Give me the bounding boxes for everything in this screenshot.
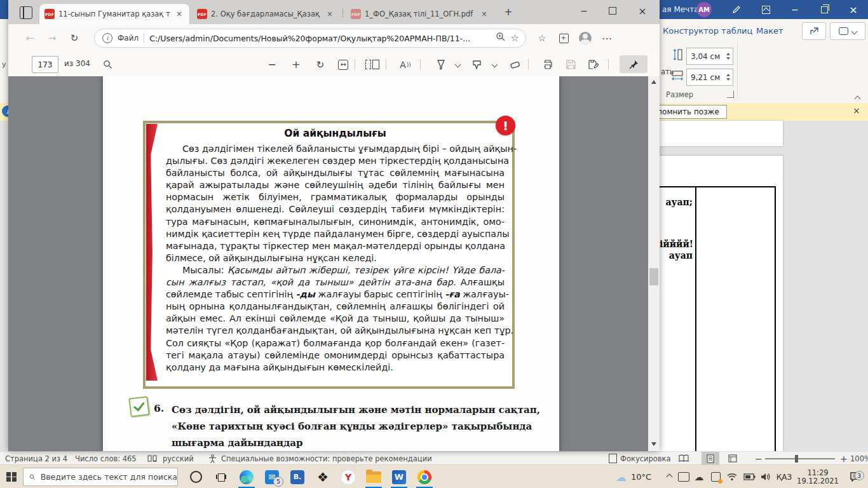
tab-close-icon[interactable]: × xyxy=(174,9,184,19)
edge-maximize-button[interactable] xyxy=(602,1,623,20)
word-ribbon-display-options-icon[interactable] xyxy=(757,1,774,18)
word-close-button[interactable]: × xyxy=(845,1,862,18)
zoom-search-icon[interactable] xyxy=(496,32,506,44)
tray-clock[interactable]: 11:2919.12.2021 xyxy=(794,465,841,488)
spinner-arrows[interactable] xyxy=(724,74,733,81)
weather-widget[interactable]: ☁ 10°C xyxy=(605,465,662,488)
zoom-out-icon[interactable]: − xyxy=(264,57,280,72)
page-view-icon[interactable] xyxy=(364,57,381,72)
spinner-arrows[interactable] xyxy=(724,53,733,60)
zoom-slider-track[interactable] xyxy=(765,458,835,459)
scroll-up-icon[interactable] xyxy=(651,80,656,84)
fit-to-width-icon[interactable]: ↔ xyxy=(335,57,351,72)
taskbar-edge-button-active[interactable] xyxy=(234,465,259,488)
add-favorite-icon[interactable]: ☆ xyxy=(511,32,519,44)
word-minimize-button[interactable]: − xyxy=(787,1,803,18)
taskbar-mail-button[interactable]: ✉ 5 xyxy=(259,465,285,488)
tab-2[interactable]: PDF 2. Оқу бағдарламасы_Қазақ тіл × xyxy=(192,4,340,24)
print-icon[interactable] xyxy=(539,57,556,72)
task-view-button[interactable] xyxy=(208,465,234,488)
word-tab-layout[interactable]: Макет xyxy=(756,26,783,36)
tray-update-icon[interactable] xyxy=(708,465,723,488)
tray-volume-icon[interactable] xyxy=(757,465,774,488)
forward-icon[interactable]: → xyxy=(44,30,60,46)
page-indicator[interactable]: Страница 2 из 4 xyxy=(5,454,67,463)
read-aloud-icon[interactable]: A)) xyxy=(397,57,414,72)
tray-wifi-icon[interactable] xyxy=(724,465,740,488)
scroll-down-icon[interactable] xyxy=(651,442,656,446)
taskbar-dropbox-button[interactable]: ❖ xyxy=(310,465,336,488)
rotate-icon[interactable]: ↻ xyxy=(312,57,329,72)
word-tab-table-design[interactable]: Конструктор таблиц xyxy=(663,26,752,36)
tab-actions-menu-icon[interactable] xyxy=(20,6,32,19)
tray-battery-icon[interactable] xyxy=(741,465,757,488)
tab-3[interactable]: PDF 1_ФО_Қазақ тілі_11_ОГН.pdf × xyxy=(346,4,494,24)
accessibility-icon[interactable] xyxy=(208,454,217,463)
highlighter-chevron-icon[interactable] xyxy=(486,57,503,72)
scrollbar-thumb[interactable] xyxy=(649,268,658,285)
word-share-button[interactable] xyxy=(802,22,826,40)
collections-icon[interactable]: + xyxy=(556,30,571,46)
taskbar-vk-button[interactable]: B. xyxy=(285,465,310,488)
address-bar[interactable]: i Файл C:/Users/admin/Documents/Новый%20… xyxy=(94,29,526,48)
pdf-scrollbar[interactable] xyxy=(648,76,660,451)
favorites-bar-icon[interactable]: ☆ xyxy=(534,30,550,46)
draw-pen-icon[interactable] xyxy=(433,57,449,72)
word-count[interactable]: Число слов: 465 xyxy=(75,454,137,463)
tray-onedrive-icon[interactable]: ☁ xyxy=(691,465,707,488)
tab-1-active[interactable]: PDF 11-сынып Гуманитар қазақ тілі × xyxy=(39,4,189,24)
taskbar-word-button-active[interactable]: W xyxy=(386,465,412,488)
edge-minimize-button[interactable]: − xyxy=(574,1,594,20)
notification-close-icon[interactable]: × xyxy=(853,105,860,116)
tray-language-indicator[interactable]: ҚАЗ xyxy=(774,465,794,488)
print-layout-icon[interactable] xyxy=(702,452,719,465)
edge-close-button[interactable]: × xyxy=(632,1,653,20)
collapse-ribbon-icon[interactable] xyxy=(855,92,860,104)
draw-chevron-icon[interactable] xyxy=(449,57,466,72)
page-info-icon[interactable]: i xyxy=(102,33,112,43)
highlighter-icon[interactable] xyxy=(468,57,485,72)
zoom-in-button[interactable]: + xyxy=(840,454,848,464)
start-button[interactable] xyxy=(1,465,22,488)
zoom-in-icon[interactable]: + xyxy=(288,57,304,72)
taskbar-search-input[interactable]: Введите здесь текст для поиска xyxy=(23,468,178,486)
tray-expand-button[interactable] xyxy=(663,465,675,488)
tab-close-icon[interactable]: × xyxy=(325,9,335,19)
table-height-spinner[interactable]: 3,04 см xyxy=(686,48,733,65)
zoom-out-button[interactable]: − xyxy=(755,454,763,464)
focus-mode-button[interactable]: Фокусировка xyxy=(609,454,671,463)
back-icon[interactable]: ← xyxy=(22,30,37,46)
word-comments-button[interactable] xyxy=(830,22,865,40)
read-mode-icon[interactable] xyxy=(679,454,689,463)
new-tab-button[interactable]: + xyxy=(501,5,516,19)
zoom-slider-thumb[interactable] xyxy=(795,455,798,463)
search-icon[interactable] xyxy=(99,57,116,72)
eraser-icon[interactable] xyxy=(506,57,523,72)
pdf-viewport[interactable]: Ой айқындылығы Сөз дәлдігімен тікелей ба… xyxy=(8,76,660,451)
taskbar-yandex-button[interactable]: Y xyxy=(336,465,361,488)
tab-close-icon[interactable]: × xyxy=(479,9,489,19)
settings-more-icon[interactable]: ⋯ xyxy=(599,30,614,46)
cortana-button[interactable] xyxy=(183,465,208,488)
reload-icon[interactable]: ↻ xyxy=(67,30,82,46)
size-dialog-launcher-icon[interactable] xyxy=(727,91,734,98)
zoom-level[interactable]: 100% xyxy=(850,454,868,463)
word-account-avatar[interactable]: AM xyxy=(696,2,712,17)
save-icon[interactable] xyxy=(562,57,579,72)
remind-later-button[interactable]: помнить позже xyxy=(649,105,727,119)
taskbar-chrome-button-active[interactable] xyxy=(412,465,437,488)
web-layout-icon[interactable] xyxy=(728,454,737,463)
word-restore-button[interactable] xyxy=(816,1,832,18)
profile-avatar[interactable] xyxy=(578,30,593,46)
proofing-icon[interactable] xyxy=(147,454,157,463)
action-center-button[interactable]: 3 xyxy=(845,465,865,488)
url-text[interactable]: C:/Users/admin/Documents/Новый%20формат/… xyxy=(149,34,490,43)
table-width-spinner[interactable]: 9,21 см xyxy=(686,69,733,86)
accessibility-status[interactable]: Специальные возможности: проверьте реком… xyxy=(221,454,432,463)
language-indicator[interactable]: русский xyxy=(163,454,194,463)
pin-toolbar-button-active[interactable] xyxy=(620,55,648,73)
page-number-input[interactable]: 173 xyxy=(32,56,58,73)
save-as-icon[interactable] xyxy=(585,57,602,72)
tray-tablet-icon[interactable] xyxy=(676,465,691,488)
word-ink-icon[interactable] xyxy=(728,1,745,18)
